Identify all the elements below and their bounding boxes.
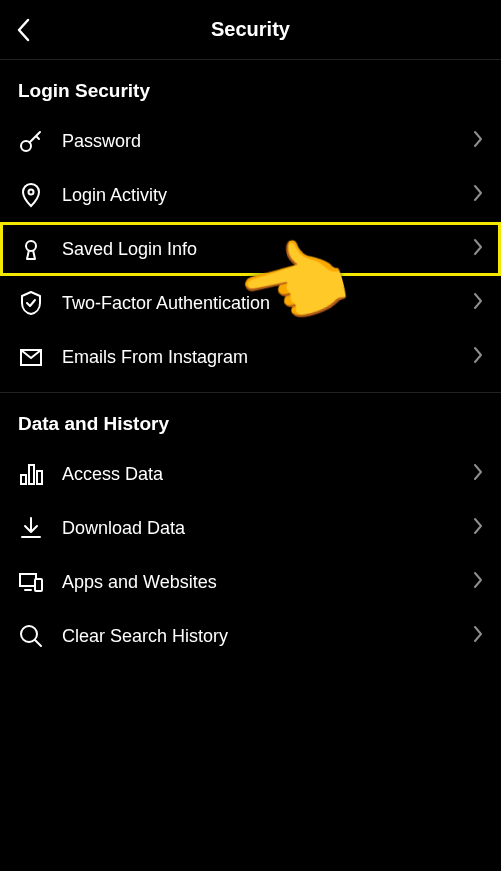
search-icon: [18, 623, 44, 649]
chevron-right-icon: [473, 292, 483, 314]
item-label: Two-Factor Authentication: [62, 293, 473, 314]
item-label: Access Data: [62, 464, 473, 485]
list-item-apps-websites[interactable]: Apps and Websites: [0, 555, 501, 609]
chevron-right-icon: [473, 517, 483, 539]
svg-rect-5: [29, 465, 34, 484]
list-item-login-activity[interactable]: Login Activity: [0, 168, 501, 222]
item-label: Password: [62, 131, 473, 152]
list-item-clear-search[interactable]: Clear Search History: [0, 609, 501, 663]
chevron-right-icon: [473, 184, 483, 206]
header: Security: [0, 0, 501, 60]
svg-point-2: [26, 241, 36, 251]
chevron-right-icon: [473, 346, 483, 368]
item-label: Emails From Instagram: [62, 347, 473, 368]
devices-icon: [18, 569, 44, 595]
svg-rect-4: [21, 475, 26, 484]
svg-rect-8: [35, 579, 42, 591]
chevron-right-icon: [473, 238, 483, 260]
page-title: Security: [211, 18, 290, 41]
chevron-right-icon: [473, 463, 483, 485]
item-label: Saved Login Info: [62, 239, 473, 260]
shield-check-icon: [18, 290, 44, 316]
mail-icon: [18, 344, 44, 370]
key-icon: [18, 128, 44, 154]
chevron-left-icon: [16, 18, 30, 42]
chevron-right-icon: [473, 625, 483, 647]
back-button[interactable]: [16, 18, 30, 42]
item-label: Download Data: [62, 518, 473, 539]
svg-rect-6: [37, 471, 42, 484]
svg-point-1: [29, 190, 34, 195]
list-item-download-data[interactable]: Download Data: [0, 501, 501, 555]
keyhole-icon: [18, 236, 44, 262]
bar-chart-icon: [18, 461, 44, 487]
list-item-saved-login-info[interactable]: Saved Login Info: [0, 222, 501, 276]
item-label: Clear Search History: [62, 626, 473, 647]
location-pin-icon: [18, 182, 44, 208]
chevron-right-icon: [473, 130, 483, 152]
download-icon: [18, 515, 44, 541]
list-item-password[interactable]: Password: [0, 114, 501, 168]
item-label: Apps and Websites: [62, 572, 473, 593]
item-label: Login Activity: [62, 185, 473, 206]
svg-rect-7: [20, 574, 36, 586]
list-item-access-data[interactable]: Access Data: [0, 447, 501, 501]
chevron-right-icon: [473, 571, 483, 593]
section-header-data-history: Data and History: [0, 393, 501, 447]
list-item-two-factor[interactable]: Two-Factor Authentication: [0, 276, 501, 330]
section-header-login-security: Login Security: [0, 60, 501, 114]
list-item-emails[interactable]: Emails From Instagram: [0, 330, 501, 384]
